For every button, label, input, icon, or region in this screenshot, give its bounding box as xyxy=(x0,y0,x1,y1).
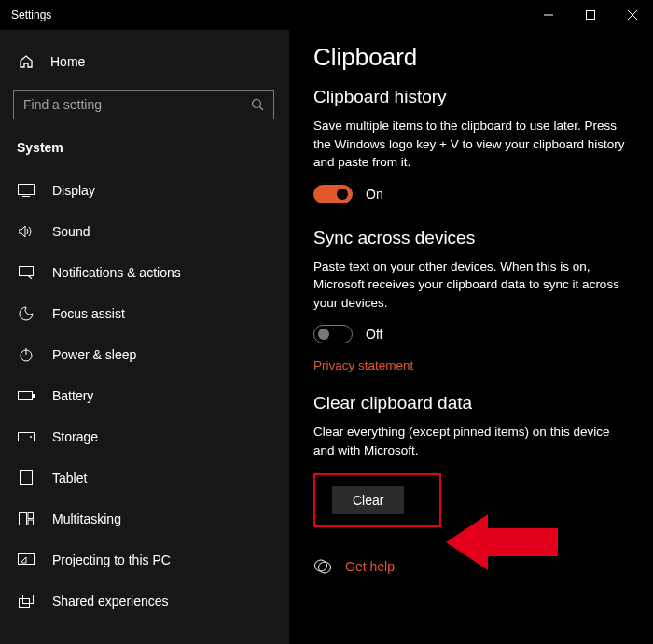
sidebar-item-label: Storage xyxy=(52,429,98,444)
svg-point-4 xyxy=(253,100,261,108)
storage-icon xyxy=(17,432,35,441)
svg-point-14 xyxy=(30,436,32,438)
sidebar-item-label: Notifications & actions xyxy=(52,265,181,280)
sidebar-item-sound[interactable]: Sound xyxy=(0,211,289,252)
sidebar-item-shared-experiences[interactable]: Shared experiences xyxy=(0,581,289,622)
sidebar-item-notifications[interactable]: Notifications & actions xyxy=(0,252,289,293)
home-label: Home xyxy=(50,54,85,69)
sidebar-item-label: Sound xyxy=(52,224,90,239)
svg-rect-18 xyxy=(28,513,34,519)
sidebar-item-power-sleep[interactable]: Power & sleep xyxy=(0,334,289,375)
search-icon xyxy=(251,98,264,111)
svg-line-5 xyxy=(260,107,264,111)
svg-rect-6 xyxy=(19,185,35,195)
search-box[interactable] xyxy=(13,90,274,119)
sidebar-item-storage[interactable]: Storage xyxy=(0,416,289,457)
sidebar-item-tablet[interactable]: Tablet xyxy=(0,457,289,498)
clear-desc: Clear everything (except pinned items) o… xyxy=(313,423,629,459)
notifications-icon xyxy=(17,266,35,279)
svg-rect-17 xyxy=(20,513,27,525)
shared-icon xyxy=(17,595,35,608)
clear-highlight-annotation: Clear xyxy=(313,473,441,527)
window-controls xyxy=(527,0,653,30)
svg-rect-1 xyxy=(586,11,594,20)
sync-desc: Paste text on your other devices. When t… xyxy=(313,258,629,313)
battery-icon xyxy=(17,390,35,401)
sidebar-section-label: System xyxy=(0,129,289,168)
sidebar-item-label: Shared experiences xyxy=(52,594,169,609)
clipboard-history-toggle[interactable] xyxy=(313,185,353,203)
sidebar-item-display[interactable]: Display xyxy=(0,170,289,211)
sidebar-item-battery[interactable]: Battery xyxy=(0,375,289,416)
sidebar-item-multitasking[interactable]: Multitasking xyxy=(0,498,289,539)
sidebar-item-label: Display xyxy=(52,183,95,198)
sidebar-item-label: Focus assist xyxy=(52,306,125,321)
sidebar-item-projecting[interactable]: Projecting to this PC xyxy=(0,539,289,581)
clipboard-history-toggle-label: On xyxy=(366,187,383,202)
sidebar-item-label: Power & sleep xyxy=(52,347,136,362)
svg-rect-19 xyxy=(28,520,34,525)
search-input[interactable] xyxy=(23,97,247,112)
sidebar-item-label: Battery xyxy=(52,388,93,403)
clipboard-history-heading: Clipboard history xyxy=(313,87,629,107)
maximize-button[interactable] xyxy=(569,0,611,30)
page-title: Clipboard xyxy=(313,43,629,72)
sidebar-item-label: Tablet xyxy=(52,470,87,485)
get-help-link[interactable]: Get help xyxy=(345,559,395,574)
focus-assist-icon xyxy=(17,306,35,321)
multitasking-icon xyxy=(17,512,35,525)
sound-icon xyxy=(17,225,35,238)
privacy-statement-link[interactable]: Privacy statement xyxy=(313,358,629,372)
sidebar-item-focus-assist[interactable]: Focus assist xyxy=(0,293,289,334)
svg-rect-8 xyxy=(20,267,34,276)
power-icon xyxy=(17,347,35,362)
sidebar-item-label: Projecting to this PC xyxy=(52,553,171,567)
home-nav[interactable]: Home xyxy=(0,43,289,80)
svg-point-24 xyxy=(319,562,331,573)
sidebar: Home System Display Sound Notification xyxy=(0,30,289,644)
help-icon xyxy=(313,559,332,574)
sync-heading: Sync across devices xyxy=(313,228,629,248)
window-title: Settings xyxy=(11,8,51,21)
close-button[interactable] xyxy=(611,0,653,30)
clear-heading: Clear clipboard data xyxy=(313,393,629,413)
title-bar: Settings xyxy=(0,0,653,30)
content-pane: Clipboard Clipboard history Save multipl… xyxy=(289,30,653,644)
clipboard-history-desc: Save multiple items to the clipboard to … xyxy=(313,117,629,172)
svg-rect-11 xyxy=(19,392,33,400)
sync-toggle[interactable] xyxy=(313,325,353,343)
clear-button[interactable]: Clear xyxy=(332,486,404,514)
sidebar-item-label: Multitasking xyxy=(52,511,121,526)
sync-toggle-label: Off xyxy=(366,327,382,342)
minimize-button[interactable] xyxy=(527,0,569,30)
home-icon xyxy=(17,54,35,69)
projecting-icon xyxy=(17,553,35,567)
svg-rect-12 xyxy=(33,394,35,398)
tablet-icon xyxy=(17,470,35,485)
display-icon xyxy=(17,184,35,197)
